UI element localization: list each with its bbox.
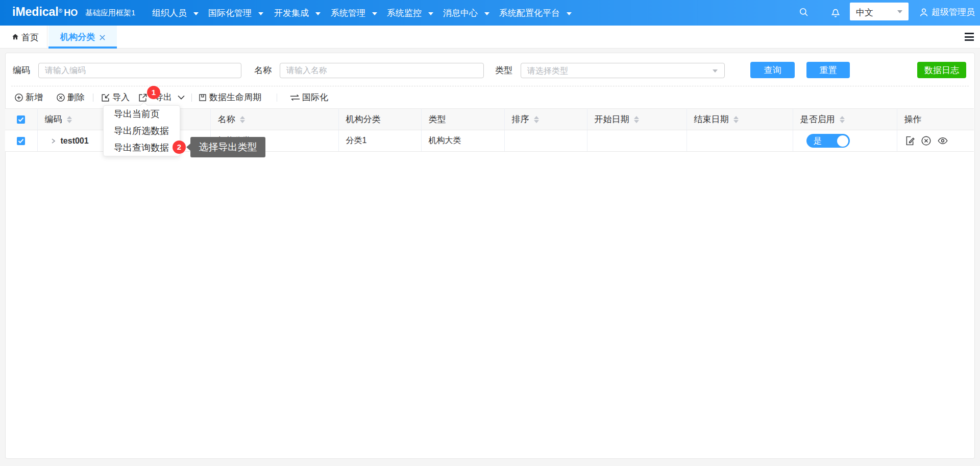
cell-sort [504, 130, 587, 152]
view-icon[interactable] [937, 135, 948, 146]
search-icon[interactable] [799, 7, 808, 17]
nav-menu-dev[interactable]: 开发集成 [274, 7, 321, 19]
code-filter-label: 编码 [13, 65, 30, 76]
add-icon[interactable] [14, 93, 23, 102]
delete-icon[interactable] [56, 93, 65, 102]
tab-active-label: 机构分类 [60, 31, 95, 43]
menu-item-export-query[interactable]: 导出查询数据 [104, 139, 180, 156]
import-button[interactable]: 导入 [112, 92, 130, 103]
chevron-down-icon [897, 10, 902, 13]
nav-menu-i18n-mgmt[interactable]: 国际化管理 [208, 7, 263, 19]
i18n-button[interactable]: 国际化 [302, 92, 328, 103]
col-header-sort[interactable]: 排序 [504, 109, 587, 130]
expand-row-icon[interactable] [50, 138, 56, 144]
name-filter-input[interactable] [280, 63, 484, 78]
col-header-enabled[interactable]: 是否启用 [793, 109, 897, 130]
language-value: 中文 [856, 7, 873, 18]
row-checkbox[interactable] [17, 137, 25, 145]
cell-enabled: 是 [793, 130, 897, 152]
cell-code: test001 [61, 136, 89, 146]
chevron-down-icon [258, 12, 263, 15]
lifecycle-button[interactable]: 数据生命周期 [209, 92, 261, 103]
code-filter-input[interactable] [38, 63, 241, 78]
menu-hamburger-icon[interactable] [965, 33, 974, 43]
toggle-label: 是 [814, 136, 822, 147]
edit-icon[interactable] [904, 135, 915, 146]
name-filter-label: 名称 [254, 65, 272, 76]
export-tooltip: 选择导出类型 [190, 137, 265, 157]
add-button[interactable]: 新增 [26, 92, 43, 103]
export-icon[interactable] [138, 93, 148, 103]
user-name: 超级管理员 [932, 6, 975, 18]
sort-icon[interactable] [733, 116, 739, 123]
nav-menu-sysconf[interactable]: 系统配置化平台 [499, 7, 572, 19]
nav-menu-msg[interactable]: 消息中心 [443, 7, 489, 19]
toggle-knob [837, 135, 848, 147]
tab-bar: 首页 机构分类 [0, 26, 980, 49]
close-icon[interactable] [99, 34, 106, 41]
app-name: 基础应用框架1 [85, 8, 135, 18]
menu-item-export-selected[interactable]: 导出所选数据 [104, 123, 180, 139]
cancel-icon[interactable] [921, 135, 932, 146]
type-filter-select[interactable]: 请选择类型 [521, 63, 725, 78]
sort-icon[interactable] [534, 116, 539, 123]
chevron-down-icon [713, 69, 718, 73]
nav-menu-sysmgmt[interactable]: 系统管理 [331, 7, 377, 19]
lifecycle-icon[interactable] [198, 93, 207, 102]
cell-category: 分类1 [338, 130, 421, 152]
cell-start-date [587, 130, 687, 152]
cell-type: 机构大类 [421, 130, 504, 152]
col-header-actions: 操作 [897, 109, 974, 130]
query-button[interactable]: 查询 [750, 62, 795, 78]
divider [277, 94, 277, 102]
app-logo: iMedical®HO [12, 5, 78, 19]
cell-actions [897, 130, 974, 152]
chevron-down-icon [315, 12, 321, 15]
type-filter-label: 类型 [495, 65, 512, 76]
chevron-down-icon [484, 12, 489, 15]
export-dropdown-menu: 导出当前页 导出所选数据 导出查询数据 [103, 105, 180, 156]
col-header-name[interactable]: 名称 [210, 109, 338, 130]
step-badge-1: 1 [147, 86, 160, 99]
chevron-down-icon [428, 12, 433, 15]
nav-menu-sysmon[interactable]: 系统监控 [387, 7, 433, 19]
col-header-end-date[interactable]: 结束日期 [687, 109, 793, 130]
divider [93, 94, 93, 102]
user-menu[interactable]: 超级管理员 [919, 6, 975, 18]
chevron-down-icon [567, 12, 572, 15]
reset-button[interactable]: 重置 [806, 62, 850, 78]
sort-icon[interactable] [240, 116, 245, 123]
select-all-checkbox[interactable] [17, 115, 25, 124]
nav-menu-org[interactable]: 组织人员 [152, 7, 199, 19]
col-header-category: 机构分类 [338, 109, 421, 130]
tooltip-arrow [186, 144, 190, 151]
datalog-button[interactable]: 数据日志 [917, 62, 966, 78]
tooltip-text: 选择导出类型 [199, 142, 257, 152]
bell-icon[interactable] [830, 6, 841, 18]
sort-icon[interactable] [840, 116, 845, 123]
chevron-down-icon [193, 12, 199, 15]
col-header-start-date[interactable]: 开始日期 [587, 109, 687, 130]
sort-icon[interactable] [634, 116, 639, 123]
tab-active[interactable]: 机构分类 [48, 26, 117, 49]
enabled-toggle[interactable]: 是 [806, 134, 850, 148]
check-icon [17, 115, 25, 124]
divider [191, 94, 192, 102]
step-badge-2: 2 [173, 141, 186, 154]
home-icon [12, 33, 19, 40]
col-header-type: 类型 [421, 109, 504, 130]
user-icon [919, 7, 929, 17]
language-select[interactable]: 中文 [850, 3, 909, 20]
top-navbar: iMedical®HO 基础应用框架1 组织人员 国际化管理 开发集成 系统管理… [0, 0, 980, 26]
i18n-icon[interactable] [290, 94, 300, 101]
chevron-down-icon[interactable] [178, 95, 185, 100]
chevron-down-icon [372, 12, 377, 15]
check-icon [17, 137, 25, 145]
type-filter-placeholder: 请选择类型 [527, 66, 568, 77]
tab-home-label: 首页 [21, 32, 39, 43]
import-icon[interactable] [101, 93, 110, 103]
sort-icon[interactable] [67, 116, 72, 123]
delete-button[interactable]: 删除 [67, 92, 85, 103]
menu-item-export-current[interactable]: 导出当前页 [104, 106, 180, 123]
tab-home[interactable]: 首页 [0, 26, 47, 49]
